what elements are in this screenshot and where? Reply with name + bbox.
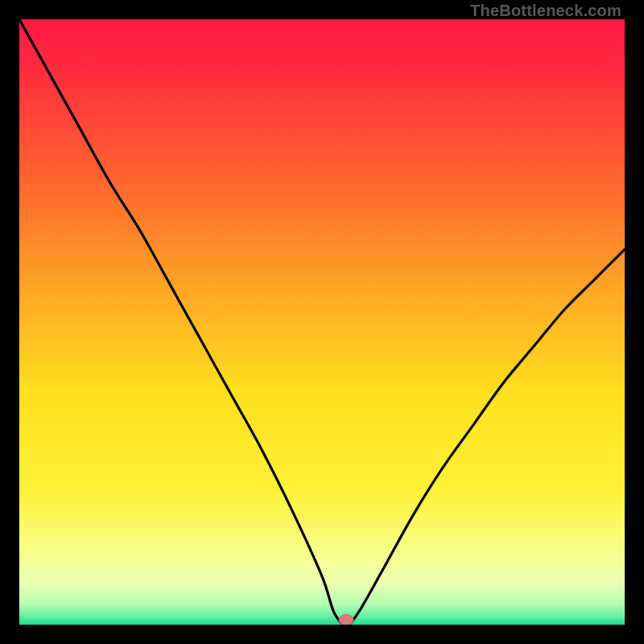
chart-svg: [19, 19, 625, 625]
chart-frame: TheBottleneck.com: [0, 0, 644, 644]
plot-area: [19, 19, 625, 625]
watermark-label: TheBottleneck.com: [470, 2, 621, 20]
optimal-point-marker: [339, 615, 353, 625]
gradient-background: [19, 19, 625, 625]
